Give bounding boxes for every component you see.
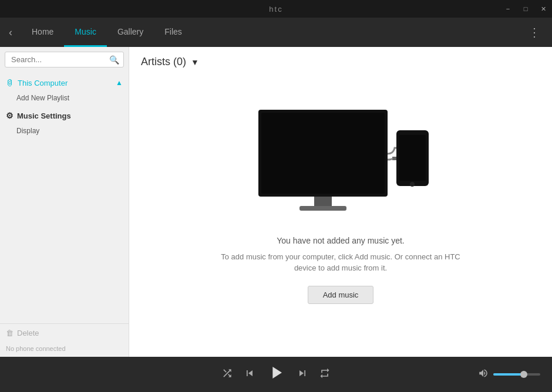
forward-button[interactable] — [297, 367, 308, 382]
empty-main-text: You have not added any music yet. — [277, 236, 404, 245]
tab-files[interactable]: Files — [154, 18, 193, 47]
trash-icon: 🗑 — [6, 329, 14, 337]
rewind-button[interactable] — [244, 367, 255, 382]
tab-music[interactable]: Music — [64, 18, 107, 47]
restore-button[interactable]: □ — [517, 0, 534, 18]
app-title: htc — [269, 5, 282, 13]
minimize-button[interactable]: − — [499, 0, 517, 18]
content-area: Artists (0) ▼ — [129, 47, 552, 357]
device-illustration — [247, 107, 435, 224]
add-playlist-item[interactable]: Add New Playlist — [0, 91, 129, 105]
volume-fill — [493, 373, 524, 376]
tab-home[interactable]: Home — [21, 18, 64, 47]
volume-knob — [520, 371, 527, 378]
close-button[interactable]: ✕ — [534, 0, 552, 18]
delete-button[interactable]: 🗑 Delete — [0, 324, 129, 342]
volume-control — [478, 368, 540, 381]
titlebar: htc − □ ✕ — [0, 0, 552, 18]
search-input[interactable] — [5, 52, 124, 67]
volume-slider[interactable] — [493, 373, 540, 376]
empty-state: You have not added any music yet. To add… — [141, 80, 540, 348]
play-button[interactable] — [266, 363, 286, 387]
no-phone-status: No phone connected — [0, 342, 129, 357]
more-menu-button[interactable]: ⋮ — [523, 22, 546, 42]
search-icon: 🔍 — [109, 55, 119, 65]
player-bar — [0, 357, 552, 392]
svg-rect-3 — [299, 206, 346, 211]
artists-dropdown-button[interactable]: ▼ — [191, 58, 199, 67]
empty-sub-text: To add music from your computer, click A… — [217, 251, 464, 274]
add-music-button[interactable]: Add music — [308, 286, 374, 304]
device-svg — [247, 107, 435, 224]
main-layout: 🔍 🛢 This Computer ▲ Add New Playlist ⚙ M… — [0, 47, 552, 357]
display-item[interactable]: Display — [0, 124, 129, 138]
repeat-button[interactable] — [319, 367, 331, 382]
window-controls: − □ ✕ — [499, 0, 552, 18]
expand-arrow-icon: ▲ — [116, 79, 123, 87]
shuffle-button[interactable] — [221, 367, 233, 382]
search-box: 🔍 — [5, 52, 124, 67]
volume-icon — [478, 368, 489, 381]
nav-back-button[interactable]: ‹ — [6, 23, 15, 42]
navbar: ‹ Home Music Gallery Files ⋮ — [0, 18, 552, 47]
delete-label: Delete — [17, 329, 39, 337]
svg-rect-2 — [314, 197, 332, 207]
tab-gallery[interactable]: Gallery — [107, 18, 154, 47]
svg-rect-5 — [399, 135, 426, 181]
content-header: Artists (0) ▼ — [141, 56, 199, 68]
sidebar-bottom: 🗑 Delete No phone connected — [0, 323, 129, 357]
svg-point-6 — [410, 182, 415, 187]
music-settings-item[interactable]: ⚙ Music Settings — [0, 107, 129, 124]
this-computer-group: 🛢 This Computer ▲ Add New Playlist — [0, 72, 129, 107]
gear-icon: ⚙ — [6, 111, 14, 120]
svg-rect-7 — [392, 157, 396, 160]
music-settings-label: Music Settings — [17, 111, 71, 120]
sidebar: 🔍 🛢 This Computer ▲ Add New Playlist ⚙ M… — [0, 47, 129, 357]
this-computer-item[interactable]: 🛢 This Computer ▲ — [0, 75, 129, 91]
computer-icon: 🛢 — [6, 78, 14, 87]
this-computer-label: This Computer — [18, 79, 68, 87]
svg-rect-1 — [261, 113, 385, 194]
artists-title: Artists (0) — [141, 56, 186, 68]
